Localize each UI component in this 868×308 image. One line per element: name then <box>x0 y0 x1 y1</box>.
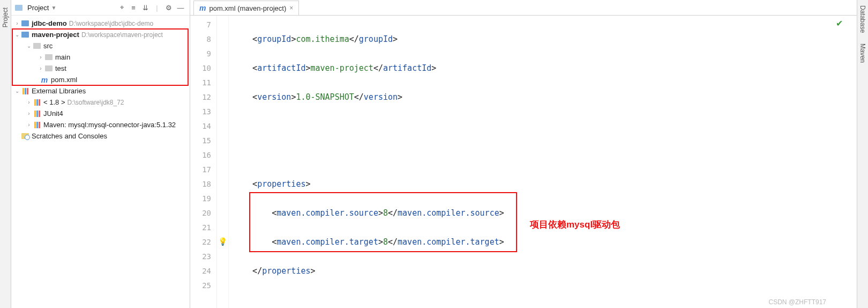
check-icon[interactable]: ✔ <box>836 18 843 28</box>
maven-file-icon: m <box>199 4 206 12</box>
project-icon <box>14 3 23 12</box>
maven-tool-label[interactable]: Maven <box>859 43 866 63</box>
libraries-icon <box>21 87 29 96</box>
expand-all-icon[interactable]: ≡ <box>129 3 138 12</box>
editor-tabs: m pom.xml (maven-project) × <box>190 0 857 16</box>
module-icon <box>21 19 29 28</box>
tree-node-test[interactable]: › test <box>11 63 190 74</box>
folder-icon <box>44 53 53 62</box>
hide-icon[interactable]: — <box>176 3 185 12</box>
library-icon <box>33 98 41 107</box>
panel-header: Project ▼ ⌖ ≡ ⇊ | ⚙ — <box>11 0 190 16</box>
chevron-right-icon[interactable]: › <box>25 99 33 105</box>
chevron-down-icon: ▼ <box>51 5 56 11</box>
chevron-right-icon[interactable]: › <box>37 65 44 71</box>
chevron-right-icon[interactable]: › <box>13 20 21 26</box>
bulb-icon[interactable]: 💡 <box>218 237 227 246</box>
tab-pom[interactable]: m pom.xml (maven-project) × <box>193 1 299 15</box>
gear-icon[interactable]: ⚙ <box>164 3 174 12</box>
project-panel: Project ▼ ⌖ ≡ ⇊ | ⚙ — › jdbc-demo D:\wor… <box>11 0 190 308</box>
locate-icon[interactable]: ⌖ <box>117 3 126 12</box>
library-icon <box>33 109 41 118</box>
editor-body[interactable]: 7 8 9 10 11 12 13 14 15 16 17 18 19 20 2… <box>190 16 857 308</box>
panel-title[interactable]: Project ▼ <box>14 3 56 12</box>
maven-file-icon: m <box>40 76 49 84</box>
tree-node-jdbc-demo[interactable]: › jdbc-demo D:\workspace\jdbc\jdbc-demo <box>11 18 190 29</box>
folder-icon <box>33 42 41 50</box>
chevron-down-icon[interactable]: ⌄ <box>25 43 33 49</box>
tree-node-pom[interactable]: m pom.xml <box>11 74 190 85</box>
scratch-icon <box>21 132 29 141</box>
chevron-right-icon[interactable]: › <box>25 111 33 116</box>
library-icon <box>33 121 41 129</box>
tree-node-mysql-lib[interactable]: › Maven: mysql:mysql-connector-java:5.1.… <box>11 119 190 130</box>
chevron-right-icon[interactable]: › <box>37 54 44 60</box>
tree-node-main[interactable]: › main <box>11 52 190 63</box>
project-tree[interactable]: › jdbc-demo D:\workspace\jdbc\jdbc-demo … <box>11 16 190 144</box>
tab-label: pom.xml (maven-project) <box>209 4 286 12</box>
tree-node-external-libs[interactable]: ⌄ External Libraries <box>11 85 190 97</box>
tree-node-jdk[interactable]: › < 1.8 > D:\software\jdk8_72 <box>11 97 190 108</box>
project-tool-label[interactable]: Project <box>2 8 9 27</box>
annotation-label: 项目依赖mysql驱动包 <box>530 217 620 232</box>
code-editor[interactable]: <groupId>com.itheima</groupId> <artifact… <box>229 16 857 308</box>
chevron-down-icon[interactable]: ⌄ <box>13 32 21 38</box>
left-tool-rail[interactable]: Project <box>0 0 11 308</box>
right-tool-rail[interactable]: Database Maven <box>857 0 868 308</box>
fold-column: 💡 <box>217 16 229 308</box>
collapse-all-icon[interactable]: ⇊ <box>140 3 150 12</box>
tree-node-junit[interactable]: › JUnit4 <box>11 108 190 119</box>
editor-area: m pom.xml (maven-project) × 7 8 9 10 11 … <box>190 0 857 308</box>
chevron-down-icon[interactable]: ⌄ <box>13 88 21 94</box>
watermark: CSDN @ZHFTT917 <box>768 298 826 306</box>
close-icon[interactable]: × <box>289 4 293 12</box>
line-gutter: 7 8 9 10 11 12 13 14 15 16 17 18 19 20 2… <box>190 16 217 308</box>
chevron-right-icon[interactable]: › <box>25 122 33 128</box>
database-tool-label[interactable]: Database <box>859 5 866 33</box>
tree-node-maven-project[interactable]: ⌄ maven-project D:\workspace\maven-proje… <box>11 29 190 40</box>
divider: | <box>152 3 162 12</box>
tree-node-src[interactable]: ⌄ src <box>11 40 190 52</box>
module-icon <box>21 31 29 39</box>
panel-title-text: Project <box>27 4 49 12</box>
tree-node-scratches[interactable]: Scratches and Consoles <box>11 130 190 142</box>
folder-icon <box>44 64 53 73</box>
